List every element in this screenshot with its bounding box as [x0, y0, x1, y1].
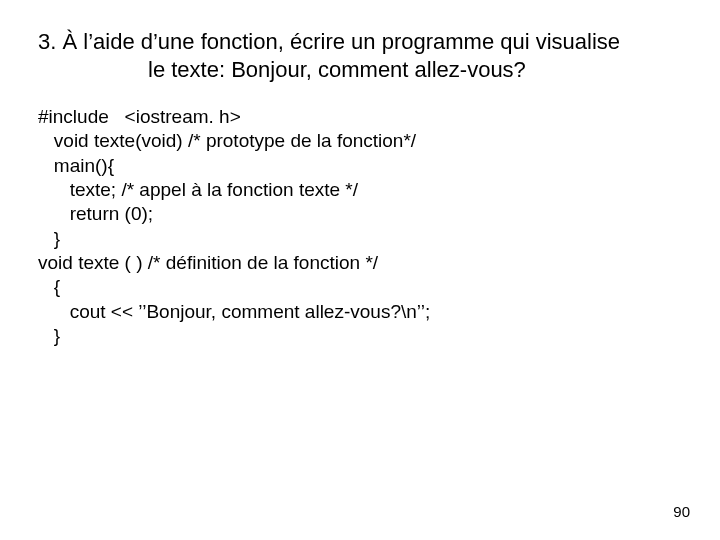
- title-line-1: 3. À l’aide d’une fonction, écrire un pr…: [38, 28, 682, 56]
- slide: 3. À l’aide d’une fonction, écrire un pr…: [0, 0, 720, 540]
- code-line: {: [38, 276, 60, 297]
- code-line: main(){: [38, 155, 114, 176]
- code-line: texte; /* appel à la fonction texte */: [38, 179, 358, 200]
- page-number: 90: [673, 503, 690, 520]
- code-block: #include <iostream. h> void texte(void) …: [38, 105, 682, 348]
- code-line: }: [38, 325, 60, 346]
- code-line: }: [38, 228, 60, 249]
- code-line: void texte ( ) /* définition de la fonct…: [38, 252, 378, 273]
- code-line: #include <iostream. h>: [38, 106, 241, 127]
- slide-title: 3. À l’aide d’une fonction, écrire un pr…: [38, 28, 682, 83]
- code-line: cout << ’’Bonjour, comment allez-vous?\n…: [38, 301, 430, 322]
- code-line: void texte(void) /* prototype de la fonc…: [38, 130, 416, 151]
- code-line: return (0);: [38, 203, 153, 224]
- title-line-2: le texte: Bonjour, comment allez-vous?: [38, 56, 682, 84]
